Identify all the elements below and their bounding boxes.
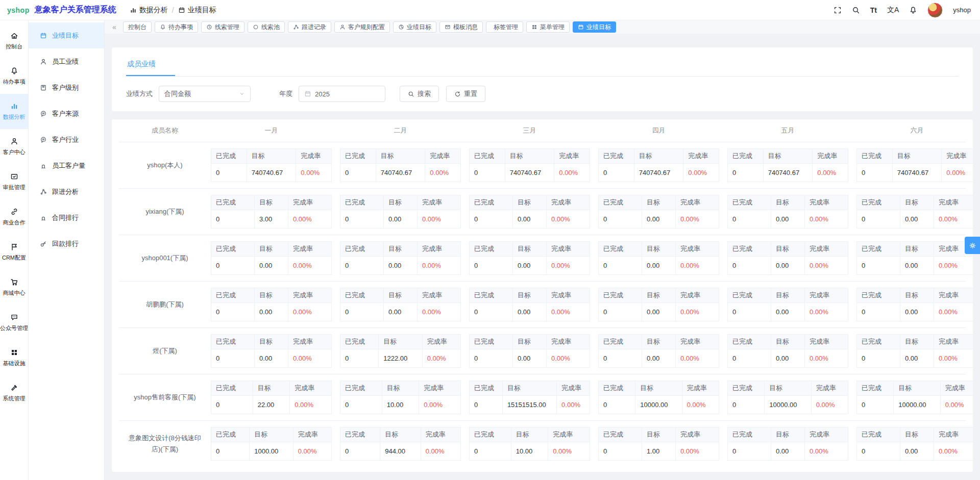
- reset-button-label: 重置: [464, 89, 477, 98]
- done-value: 0: [470, 257, 513, 275]
- submenu-item-followup-analysis[interactable]: 跟进分析: [29, 179, 104, 205]
- done-value: 0: [340, 303, 384, 321]
- mini-header: 完成率: [425, 149, 461, 164]
- calendar-icon: [578, 24, 584, 30]
- sidebar-item-todo[interactable]: 待办事项: [0, 59, 28, 94]
- avatar[interactable]: [927, 3, 943, 18]
- month-cell: 已完成目标完成率01.000.00%: [598, 427, 727, 461]
- done-value: 0: [211, 257, 255, 275]
- submenu-item-customer-level[interactable]: 客户级别: [29, 74, 104, 100]
- collapse-tabs-icon[interactable]: «: [109, 23, 120, 31]
- sidebar-item-system-admin[interactable]: 系统管理: [0, 375, 28, 411]
- month-cell: 已完成目标完成率00.000.00%: [727, 334, 856, 368]
- mini-table: 已完成目标完成率00.000.00%: [340, 241, 461, 275]
- member-name-cell: 意象图文设计(8分钱速印店)(下属): [119, 433, 211, 455]
- mini-table: 已完成目标完成率00.000.00%: [727, 241, 848, 275]
- target-value: 0.00: [900, 257, 934, 275]
- sidebar-item-business-coop[interactable]: 商业合作: [0, 199, 28, 235]
- sidebar-item-approval[interactable]: 审批管理: [0, 164, 28, 199]
- mini-header: 已完成: [470, 149, 505, 164]
- mini-header: 目标: [642, 427, 676, 442]
- open-tab-9[interactable]: 菜单管理: [526, 21, 570, 33]
- submenu-item-payment-ranking[interactable]: 回款排行: [29, 231, 104, 257]
- panel-tabs: 成员业绩: [126, 57, 959, 77]
- rate-value: 0.00%: [296, 164, 332, 182]
- open-tab-6[interactable]: 业绩目标: [393, 21, 436, 33]
- open-tab-7[interactable]: 模板消息: [439, 21, 483, 33]
- open-tab-5[interactable]: 客户规则配置: [334, 21, 390, 33]
- target-value: 0.00: [900, 303, 934, 321]
- submenu-item-staff-performance[interactable]: 员工业绩: [29, 48, 104, 74]
- open-tab-2[interactable]: 线索管理: [201, 21, 244, 33]
- performance-method-select[interactable]: 合同金额: [159, 86, 251, 102]
- month-cell: 已完成目标完成率010.000.00%: [469, 427, 598, 461]
- sidebar-item-infrastructure[interactable]: 基础设施: [0, 340, 28, 375]
- tab-member-performance[interactable]: 成员业绩: [126, 57, 175, 76]
- fullscreen-icon[interactable]: [834, 6, 842, 14]
- target-value: 740740.67: [892, 164, 942, 182]
- mini-header: 目标: [384, 288, 418, 303]
- month-cell: 已完成目标完成率00.000.00%: [211, 288, 340, 321]
- rate-value: 0.00%: [293, 442, 331, 461]
- mini-header: 已完成: [470, 427, 511, 442]
- font-size-icon[interactable]: Tt: [870, 6, 877, 14]
- sidebar-item-label: 商业合作: [3, 219, 26, 226]
- rate-value: 0.00%: [288, 257, 331, 275]
- target-value: 0.00: [255, 303, 288, 321]
- comment-icon: [40, 110, 47, 117]
- open-tab-8[interactable]: 标签管理: [486, 21, 523, 33]
- open-tab-10[interactable]: 业绩目标: [573, 21, 616, 33]
- submenu-item-customer-industry[interactable]: 客户行业: [29, 127, 104, 153]
- username[interactable]: yshop: [953, 6, 971, 14]
- open-tab-0[interactable]: 控制台: [123, 21, 152, 33]
- mini-table: 已完成目标完成率00.000.00%: [856, 334, 973, 368]
- settings-gear-button[interactable]: [965, 237, 980, 254]
- search-button[interactable]: 搜索: [400, 86, 439, 102]
- mini-header: 完成率: [422, 335, 460, 349]
- submenu-item-customer-source[interactable]: 客户来源: [29, 100, 104, 127]
- mini-header: 已完成: [211, 288, 255, 303]
- target-value: 10.00: [382, 396, 419, 414]
- mini-header: 目标: [502, 381, 556, 396]
- translate-icon[interactable]: 文A: [887, 6, 899, 15]
- mini-header: 已完成: [728, 381, 765, 396]
- rate-value: 0.00%: [675, 349, 719, 368]
- open-tab-3[interactable]: 线索池: [248, 21, 285, 33]
- done-value: 0: [857, 257, 900, 275]
- yshop-logo[interactable]: yshop: [7, 6, 30, 14]
- sidebar-item-mall-center[interactable]: 商城中心: [0, 270, 28, 305]
- mini-table: 已完成目标完成率010000.000.00%: [598, 381, 719, 414]
- month-cell: 已完成目标完成率0740740.670.00%: [598, 148, 727, 182]
- calendar-icon: [178, 7, 185, 14]
- notification-bell-icon[interactable]: [909, 6, 917, 14]
- mini-header: 已完成: [857, 149, 893, 164]
- key-icon: [40, 240, 47, 247]
- breadcrumb-data-analysis[interactable]: 数据分析: [130, 6, 168, 15]
- grid-icon: [10, 348, 18, 357]
- open-tab-1[interactable]: 待办事项: [155, 21, 198, 33]
- sidebar-item-crm-config[interactable]: CRM配置: [0, 235, 28, 270]
- mini-header: 已完成: [211, 381, 253, 396]
- mini-table: 已完成目标完成率00.000.00%: [340, 195, 461, 229]
- hammer-icon: [10, 384, 18, 392]
- sidebar-item-customer-center[interactable]: 客户中心: [0, 129, 28, 164]
- reset-button[interactable]: 重置: [446, 86, 485, 102]
- bell-icon: [10, 67, 18, 75]
- open-tab-4[interactable]: 跟进记录: [288, 21, 331, 33]
- sidebar-item-official-account[interactable]: 公众号管理: [0, 305, 28, 340]
- year-input[interactable]: 2025: [299, 86, 385, 102]
- target-value: 0.00: [771, 303, 805, 321]
- target-value: 0.00: [255, 257, 288, 275]
- submenu-item-contract-ranking[interactable]: 合同排行: [29, 205, 104, 231]
- share-icon: [293, 24, 299, 30]
- breadcrumb-label: 业绩目标: [188, 6, 216, 15]
- submenu-item-staff-customers[interactable]: 员工客户量: [29, 153, 104, 179]
- submenu-item-performance-target[interactable]: 业绩目标: [29, 22, 104, 48]
- search-icon[interactable]: [852, 6, 860, 14]
- open-tab-label: 业绩目标: [586, 23, 611, 32]
- breadcrumb-performance-target[interactable]: 业绩目标: [178, 6, 216, 15]
- member-name-cell: yshop售前客服(下属): [119, 392, 211, 403]
- sidebar-item-console[interactable]: 控制台: [0, 23, 28, 59]
- month-cell: 已完成目标完成率00.000.00%: [340, 195, 469, 229]
- sidebar-item-data-analysis[interactable]: 数据分析: [0, 94, 28, 129]
